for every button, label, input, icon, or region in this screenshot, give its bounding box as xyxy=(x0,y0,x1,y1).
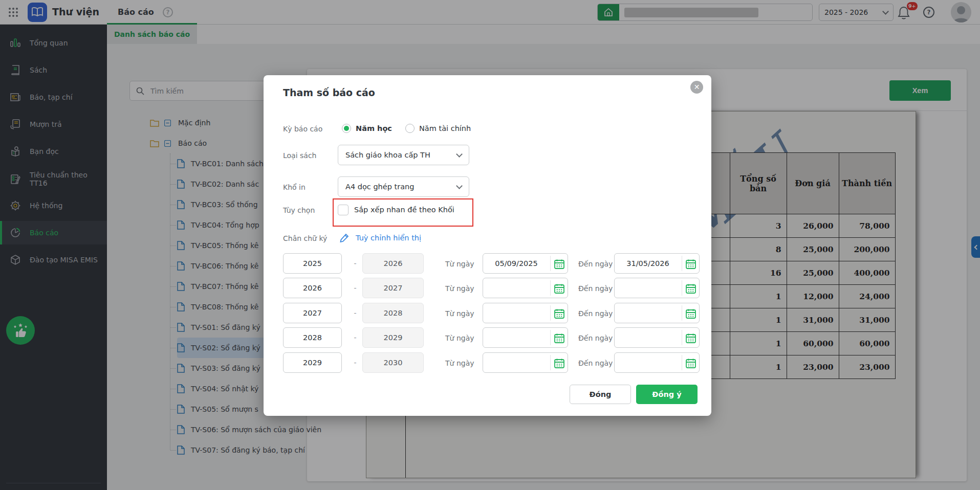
chevron-down-icon xyxy=(456,151,463,158)
app-root: Thư viện Báo cáo ? 2025 - 2026 9+ ? xyxy=(0,0,980,490)
dash: - xyxy=(352,259,359,268)
to-date-label: Đến ngày xyxy=(578,260,613,268)
radio-label-nam-tai-chinh[interactable]: Năm tài chính xyxy=(419,124,471,132)
from-date-input[interactable] xyxy=(483,328,550,347)
print-size-label: Khổ in xyxy=(283,183,306,191)
to-date-input[interactable] xyxy=(615,278,681,298)
from-date-label: Từ ngày xyxy=(445,309,474,318)
radio-nam-hoc[interactable] xyxy=(342,124,351,133)
dash: - xyxy=(352,359,359,367)
book-type-label: Loại sách xyxy=(283,151,316,160)
options-label: Tùy chọn xyxy=(283,206,315,214)
to-date-field[interactable] xyxy=(614,278,700,298)
modal-title: Tham số báo cáo xyxy=(283,87,375,98)
from-date-field[interactable] xyxy=(483,303,568,323)
calendar-icon[interactable] xyxy=(554,358,565,369)
to-date-label: Đến ngày xyxy=(578,359,613,367)
calendar-icon[interactable] xyxy=(685,358,696,369)
calendar-icon[interactable] xyxy=(685,308,696,319)
from-date-label: Từ ngày xyxy=(445,334,474,342)
confirm-button[interactable]: Đồng ý xyxy=(636,385,698,404)
from-date-field[interactable] xyxy=(483,278,568,298)
radio-label-nam-hoc[interactable]: Năm học xyxy=(356,124,392,132)
to-date-input[interactable] xyxy=(615,328,681,347)
close-icon[interactable]: ✕ xyxy=(690,81,703,94)
to-date-field[interactable] xyxy=(614,352,700,373)
from-date-field[interactable] xyxy=(483,352,568,373)
signature-label: Chân chữ ký xyxy=(283,234,327,242)
to-date-label: Đến ngày xyxy=(578,284,613,293)
year-end-input xyxy=(362,278,424,298)
close-button[interactable]: Đóng xyxy=(570,385,631,404)
book-type-select[interactable]: Sách giáo khoa cấp TH xyxy=(338,145,469,165)
dash: - xyxy=(352,333,359,342)
to-date-field[interactable] xyxy=(614,303,700,323)
to-date-label: Đến ngày xyxy=(578,334,613,342)
from-date-label: Từ ngày xyxy=(445,359,474,367)
year-end-input xyxy=(362,303,424,323)
from-date-input[interactable] xyxy=(483,353,550,372)
to-date-field[interactable] xyxy=(614,253,700,274)
customize-signature-link[interactable]: Tuỳ chỉnh hiển thị xyxy=(356,234,421,242)
year-start-input[interactable] xyxy=(283,352,342,373)
calendar-icon[interactable] xyxy=(554,283,565,294)
from-date-field[interactable] xyxy=(483,327,568,348)
print-size-select[interactable]: A4 dọc ghép trang xyxy=(338,176,469,197)
chevron-down-icon xyxy=(456,183,463,189)
calendar-icon[interactable] xyxy=(554,332,565,344)
calendar-icon[interactable] xyxy=(685,332,696,344)
from-date-input[interactable] xyxy=(483,254,550,273)
from-date-input[interactable] xyxy=(483,303,550,323)
year-end-input xyxy=(362,253,424,274)
period-label: Kỳ báo cáo xyxy=(283,125,322,133)
from-date-field[interactable] xyxy=(483,253,568,274)
pencil-icon[interactable] xyxy=(339,233,350,243)
from-date-label: Từ ngày xyxy=(445,284,474,293)
year-start-input[interactable] xyxy=(283,253,342,274)
dash: - xyxy=(352,284,359,292)
calendar-icon[interactable] xyxy=(554,258,565,270)
book-type-value: Sách giáo khoa cấp TH xyxy=(345,151,430,159)
calendar-icon[interactable] xyxy=(685,283,696,294)
to-date-input[interactable] xyxy=(615,254,681,273)
year-end-input xyxy=(362,352,424,373)
print-size-value: A4 dọc ghép trang xyxy=(345,183,414,191)
from-date-label: Từ ngày xyxy=(445,260,474,268)
year-start-input[interactable] xyxy=(283,303,342,323)
year-start-input[interactable] xyxy=(283,327,342,348)
calendar-icon[interactable] xyxy=(554,308,565,319)
year-end-input xyxy=(362,327,424,348)
to-date-field[interactable] xyxy=(614,327,700,348)
radio-nam-tai-chinh[interactable] xyxy=(405,124,415,133)
to-date-input[interactable] xyxy=(615,353,681,372)
report-params-modal: Tham số báo cáo ✕ Kỳ báo cáo Năm học Năm… xyxy=(264,75,711,416)
dash: - xyxy=(352,309,359,317)
from-date-input[interactable] xyxy=(483,278,550,298)
year-start-input[interactable] xyxy=(283,278,342,298)
annotation-red-box xyxy=(333,198,473,227)
calendar-icon[interactable] xyxy=(685,258,696,270)
to-date-label: Đến ngày xyxy=(578,309,613,318)
to-date-input[interactable] xyxy=(615,303,681,323)
